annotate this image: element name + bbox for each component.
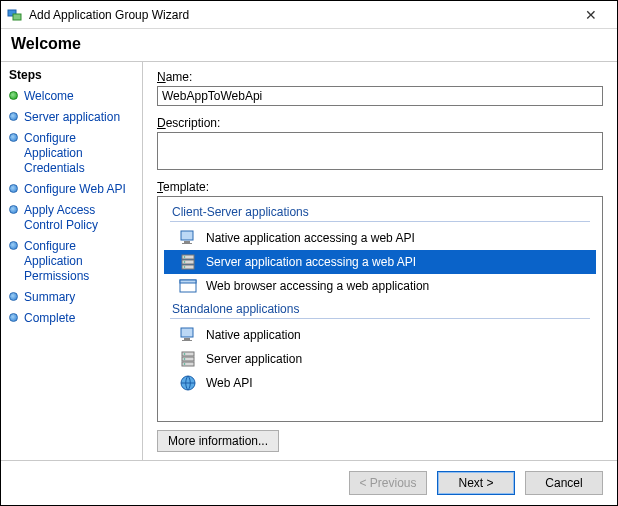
svg-rect-14 bbox=[184, 338, 190, 340]
step-label: Apply Access Control Policy bbox=[24, 203, 134, 233]
template-group-client-server: Client-Server applications bbox=[164, 201, 596, 221]
step-bullet-icon bbox=[9, 112, 18, 121]
svg-rect-4 bbox=[182, 243, 192, 244]
browser-webapp-icon bbox=[178, 276, 198, 296]
template-item[interactable]: Web API bbox=[164, 371, 596, 395]
template-item-label: Server application accessing a web API bbox=[206, 255, 416, 269]
svg-point-19 bbox=[184, 353, 186, 355]
template-item[interactable]: Web browser accessing a web application bbox=[164, 274, 596, 298]
step-item[interactable]: Configure Application Permissions bbox=[5, 236, 138, 287]
wizard-footer: < Previous Next > Cancel bbox=[1, 460, 617, 505]
template-item-label: Native application accessing a web API bbox=[206, 231, 415, 245]
step-bullet-icon bbox=[9, 205, 18, 214]
step-item[interactable]: Complete bbox=[5, 308, 138, 329]
svg-rect-1 bbox=[13, 14, 21, 20]
app-icon bbox=[7, 7, 23, 23]
template-label: Template: bbox=[157, 180, 603, 194]
close-icon: ✕ bbox=[585, 7, 597, 23]
step-bullet-icon bbox=[9, 313, 18, 322]
more-information-button[interactable]: More information... bbox=[157, 430, 279, 452]
wizard-window: Add Application Group Wizard ✕ Welcome S… bbox=[0, 0, 618, 506]
template-item[interactable]: Native application accessing a web API bbox=[164, 226, 596, 250]
close-button[interactable]: ✕ bbox=[571, 1, 611, 28]
step-bullet-icon bbox=[9, 133, 18, 142]
template-item-label: Server application bbox=[206, 352, 302, 366]
description-label: Description: bbox=[157, 116, 603, 130]
svg-rect-12 bbox=[180, 280, 196, 283]
template-item[interactable]: Native application bbox=[164, 323, 596, 347]
step-bullet-icon bbox=[9, 241, 18, 250]
svg-point-9 bbox=[184, 261, 186, 263]
step-bullet-icon bbox=[9, 184, 18, 193]
svg-point-20 bbox=[184, 358, 186, 360]
template-item[interactable]: Server application accessing a web API bbox=[164, 250, 596, 274]
svg-rect-15 bbox=[182, 340, 192, 341]
svg-rect-13 bbox=[181, 328, 193, 337]
server-app-icon bbox=[178, 349, 198, 369]
template-item-label: Web browser accessing a web application bbox=[206, 279, 429, 293]
svg-point-21 bbox=[184, 363, 186, 365]
step-label: Complete bbox=[24, 311, 75, 326]
template-item[interactable]: Server application bbox=[164, 347, 596, 371]
body: Steps WelcomeServer applicationConfigure… bbox=[1, 62, 617, 460]
step-item[interactable]: Server application bbox=[5, 107, 138, 128]
step-bullet-current-icon bbox=[9, 91, 18, 100]
svg-rect-2 bbox=[181, 231, 193, 240]
step-bullet-icon bbox=[9, 292, 18, 301]
step-item[interactable]: Apply Access Control Policy bbox=[5, 200, 138, 236]
web-api-icon bbox=[178, 373, 198, 393]
svg-rect-3 bbox=[184, 241, 190, 243]
template-item-label: Web API bbox=[206, 376, 252, 390]
native-app-icon bbox=[178, 325, 198, 345]
steps-sidebar: Steps WelcomeServer applicationConfigure… bbox=[1, 62, 143, 460]
titlebar: Add Application Group Wizard ✕ bbox=[1, 1, 617, 29]
steps-heading: Steps bbox=[9, 68, 138, 82]
step-item[interactable]: Configure Application Credentials bbox=[5, 128, 138, 179]
step-label: Configure Application Credentials bbox=[24, 131, 134, 176]
svg-point-10 bbox=[184, 266, 186, 268]
step-item[interactable]: Summary bbox=[5, 287, 138, 308]
step-item[interactable]: Configure Web API bbox=[5, 179, 138, 200]
template-item-label: Native application bbox=[206, 328, 301, 342]
next-button[interactable]: Next > bbox=[437, 471, 515, 495]
step-label: Welcome bbox=[24, 89, 74, 104]
steps-list: WelcomeServer applicationConfigure Appli… bbox=[5, 86, 138, 329]
page-heading-row: Welcome bbox=[1, 29, 617, 62]
template-listbox[interactable]: Client-Server applications Native applic… bbox=[157, 196, 603, 422]
step-label: Summary bbox=[24, 290, 75, 305]
step-item[interactable]: Welcome bbox=[5, 86, 138, 107]
name-input[interactable] bbox=[157, 86, 603, 106]
template-group-standalone: Standalone applications bbox=[164, 298, 596, 318]
svg-point-8 bbox=[184, 256, 186, 258]
step-label: Server application bbox=[24, 110, 120, 125]
name-label: Name: bbox=[157, 70, 603, 84]
previous-button: < Previous bbox=[349, 471, 427, 495]
cancel-button[interactable]: Cancel bbox=[525, 471, 603, 495]
main-panel: Name: Description: Template: Client-Serv… bbox=[143, 62, 617, 460]
window-title: Add Application Group Wizard bbox=[29, 8, 571, 22]
page-heading: Welcome bbox=[11, 35, 607, 53]
native-webapi-icon bbox=[178, 228, 198, 248]
step-label: Configure Application Permissions bbox=[24, 239, 134, 284]
description-input[interactable] bbox=[157, 132, 603, 170]
step-label: Configure Web API bbox=[24, 182, 126, 197]
server-webapi-icon bbox=[178, 252, 198, 272]
